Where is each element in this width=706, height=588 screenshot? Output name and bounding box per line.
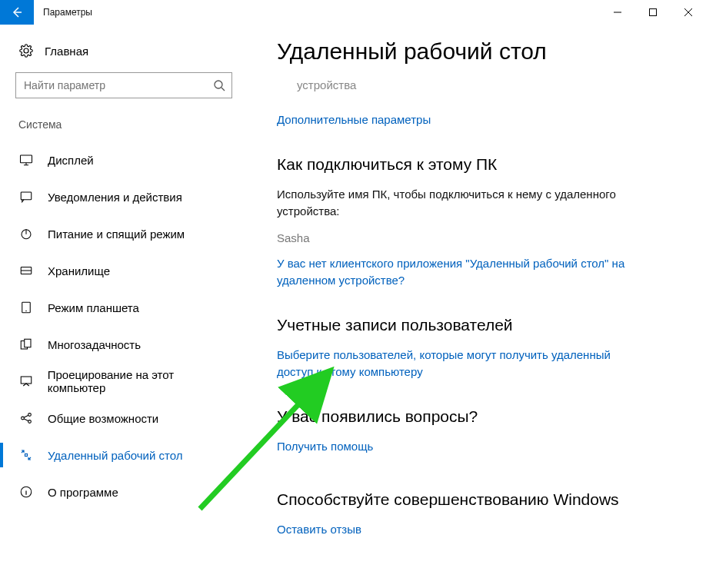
svg-point-12 [28, 414, 32, 417]
gear-icon [18, 43, 34, 58]
pc-name: Sasha [277, 231, 660, 244]
remote-desktop-icon [18, 447, 34, 463]
no-client-link[interactable]: У вас нет клиентского приложения "Удален… [277, 255, 631, 290]
questions-heading: У вас появились вопросы? [277, 407, 660, 426]
svg-point-11 [22, 417, 25, 420]
svg-rect-2 [21, 155, 32, 163]
search-input[interactable] [16, 73, 231, 98]
sidebar-item-label: Хранилище [48, 264, 110, 277]
sidebar-item-label: Многозадачность [48, 338, 141, 351]
accounts-heading: Учетные записи пользователей [277, 316, 660, 334]
connect-heading: Как подключиться к этому ПК [277, 155, 660, 174]
sidebar-item-power[interactable]: Питание и спящий режим [15, 215, 232, 252]
back-button[interactable] [0, 0, 34, 25]
search-icon [213, 79, 225, 91]
close-button[interactable] [671, 0, 706, 25]
sidebar-item-multitasking[interactable]: Многозадачность [15, 326, 232, 363]
sidebar-item-projecting[interactable]: Проецирование на этот компьютер [15, 363, 232, 400]
svg-point-1 [215, 81, 222, 88]
get-help-link[interactable]: Получить помощь [277, 438, 373, 456]
sidebar-item-remote-desktop[interactable]: Удаленный рабочий стол [15, 437, 232, 473]
sidebar-item-label: Удаленный рабочий стол [48, 449, 182, 462]
sidebar-item-label: Питание и спящий режим [48, 228, 185, 241]
svg-rect-3 [21, 192, 32, 200]
sidebar-item-label: Проецирование на этот компьютер [48, 368, 232, 394]
advanced-settings-link[interactable]: Дополнительные параметры [277, 111, 431, 129]
storage-icon [18, 263, 34, 278]
sidebar-group-header: Система [18, 118, 232, 131]
close-icon [684, 8, 692, 16]
content-pane: Удаленный рабочий стол устройства Дополн… [246, 25, 706, 588]
svg-rect-0 [650, 9, 657, 16]
sidebar-search[interactable] [15, 72, 232, 98]
sidebar-item-display[interactable]: Дисплей [15, 141, 232, 178]
tablet-icon [18, 300, 34, 315]
page-title: Удаленный рабочий стол [277, 38, 660, 65]
device-muted-text: устройства [297, 78, 660, 91]
multitask-icon [18, 337, 34, 352]
minimize-icon [614, 8, 621, 16]
sidebar-item-label: Дисплей [48, 154, 94, 167]
minimize-button[interactable] [600, 0, 635, 25]
svg-rect-9 [25, 339, 31, 347]
sidebar-home-label: Главная [45, 45, 88, 58]
select-users-link[interactable]: Выберите пользователей, которые могут по… [277, 347, 631, 381]
sidebar-home[interactable]: Главная [18, 43, 232, 58]
sidebar: Главная Система Дисплей Уведомления и де… [0, 25, 246, 588]
sidebar-item-label: Общие возможности [48, 412, 158, 425]
feedback-link[interactable]: Оставить отзыв [277, 521, 361, 539]
monitor-icon [18, 152, 34, 168]
sidebar-item-tablet[interactable]: Режим планшета [15, 289, 232, 326]
maximize-icon [649, 8, 657, 16]
svg-rect-14 [25, 454, 28, 457]
sidebar-item-notifications[interactable]: Уведомления и действия [15, 178, 232, 215]
titlebar-drag-area[interactable] [92, 0, 600, 25]
svg-rect-10 [21, 377, 32, 384]
feedback-heading: Способствуйте совершенствованию Windows [277, 490, 660, 509]
arrow-left-icon [11, 6, 23, 18]
window-title: Параметры [34, 0, 92, 25]
sidebar-item-shared[interactable]: Общие возможности [15, 400, 232, 437]
info-icon [18, 484, 34, 500]
project-icon [18, 374, 34, 389]
chat-icon [18, 189, 34, 204]
svg-point-7 [25, 311, 27, 312]
connect-instruction: Используйте имя ПК, чтобы подключиться к… [277, 186, 660, 221]
sidebar-item-about[interactable]: О программе [15, 473, 232, 510]
sidebar-item-label: Уведомления и действия [48, 191, 182, 204]
share-icon [18, 410, 34, 426]
sidebar-item-storage[interactable]: Хранилище [15, 252, 232, 289]
svg-point-13 [28, 420, 32, 424]
title-bar: Параметры [0, 0, 706, 25]
sidebar-item-label: О программе [48, 486, 118, 499]
maximize-button[interactable] [635, 0, 671, 25]
sidebar-item-label: Режим планшета [48, 301, 139, 314]
power-icon [18, 226, 34, 241]
